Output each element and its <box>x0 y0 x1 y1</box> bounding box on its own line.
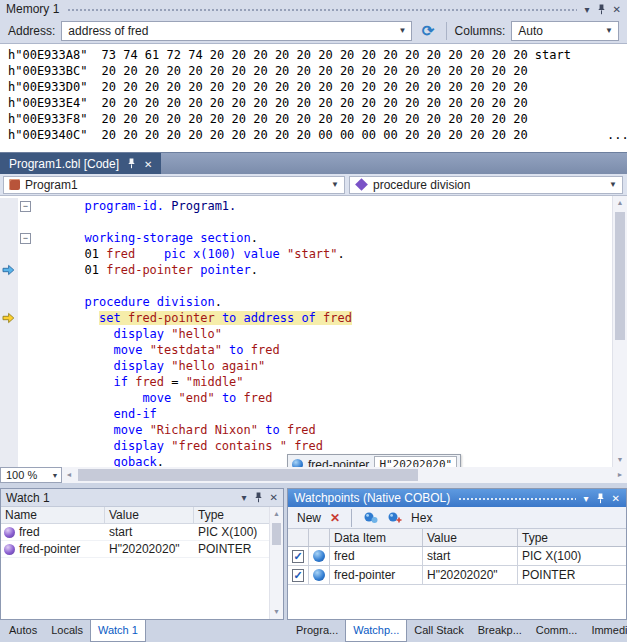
close-icon[interactable]: ✕ <box>270 492 278 503</box>
tab-immedi[interactable]: Immedi... <box>584 620 627 642</box>
watchpoints-title-bar[interactable]: Watchpoints (Native COBOL) ▾ ✕ <box>288 489 626 507</box>
code-line[interactable]: − program-id. Program1. <box>0 198 612 214</box>
datatip: fred-pointer H"20202020" <box>287 454 461 467</box>
tab-comm[interactable]: Comm... <box>529 620 585 642</box>
editor-indicator-margin <box>0 230 18 246</box>
drag-grip[interactable] <box>67 7 576 12</box>
enable-all-watchpoints-icon[interactable] <box>363 511 378 524</box>
tab-watchp[interactable]: Watchp... <box>345 620 407 642</box>
watch-scrollbar[interactable]: ▲ ▼ <box>269 507 283 619</box>
watch-value: start <box>105 525 194 539</box>
close-icon[interactable]: ✕ <box>613 4 621 15</box>
memory-bytes: 20 20 20 20 20 20 20 20 20 20 20 20 20 2… <box>101 64 527 78</box>
disable-all-watchpoints-icon[interactable] <box>387 511 402 524</box>
code-line[interactable]: display "hello" <box>0 326 612 342</box>
code-line[interactable]: display "fred contains " fred <box>0 438 612 454</box>
column-header-type[interactable]: Type <box>194 507 269 523</box>
watch-row[interactable]: fred-pointerH"20202020"POINTER <box>1 541 269 558</box>
new-watchpoint-button[interactable]: New <box>297 511 321 525</box>
chevron-down-icon[interactable]: ▾ <box>584 493 589 504</box>
code-line[interactable]: move "testdata" to fred <box>0 342 612 358</box>
scroll-up-icon[interactable]: ▲ <box>270 507 283 521</box>
watchpoints-column-headers: Data Item Value Type <box>288 529 626 547</box>
pin-icon[interactable] <box>127 158 136 171</box>
memory-rows[interactable]: h"00E933A8"73 74 61 72 74 20 20 20 20 20… <box>0 44 627 152</box>
tab-locals[interactable]: Locals <box>44 620 90 642</box>
code-line[interactable] <box>0 214 612 230</box>
navbar-section-dropdown[interactable]: procedure division ▼ <box>349 176 623 194</box>
tab-progra[interactable]: Progra... <box>289 620 345 642</box>
scrollbar-thumb[interactable] <box>615 212 625 340</box>
editor-indicator-margin <box>0 294 18 310</box>
chevron-down-icon[interactable]: ▼ <box>395 26 409 35</box>
editor-fold-margin <box>18 454 34 467</box>
tab-autos[interactable]: Autos <box>2 620 44 642</box>
chevron-down-icon[interactable]: ▾ <box>242 492 247 503</box>
tab-breakp[interactable]: Breakp... <box>471 620 529 642</box>
code-text: program-id. Program1. <box>34 198 236 214</box>
memory-row: h"00E933D0"20 20 20 20 20 20 20 20 20 20… <box>8 79 627 95</box>
scroll-left-icon[interactable]: ◄ <box>62 467 76 483</box>
fold-collapse-toggle[interactable]: − <box>20 201 31 212</box>
program-icon <box>9 179 20 190</box>
scroll-up-icon[interactable]: ▲ <box>613 196 627 210</box>
code-line[interactable]: move "Richard Nixon" to fred <box>0 422 612 438</box>
editor-horizontal-scrollbar[interactable]: ◄ ► <box>62 467 627 483</box>
pin-icon[interactable] <box>597 4 606 15</box>
code-line[interactable]: set fred-pointer to address of fred <box>0 310 612 326</box>
scroll-down-icon[interactable]: ▼ <box>613 453 627 467</box>
editor-scrollbar[interactable]: ▲ ▼ <box>612 196 627 467</box>
scroll-right-icon[interactable]: ► <box>613 467 627 483</box>
watch-type: PIC X(100) <box>194 525 269 539</box>
zoom-dropdown[interactable]: 100 % ▼ <box>0 467 62 483</box>
pin-icon[interactable] <box>254 492 263 503</box>
watchpoint-row[interactable]: ✓fredstartPIC X(100) <box>288 547 626 566</box>
chevron-down-icon[interactable]: ▼ <box>328 180 342 189</box>
watchpoint-enabled-checkbox[interactable]: ✓ <box>292 550 304 563</box>
tab-program1-cbl[interactable]: Program1.cbl [Code] ✕ <box>0 153 161 175</box>
column-header-type[interactable]: Type <box>518 529 626 546</box>
code-line[interactable]: move "end" to fred <box>0 390 612 406</box>
tab-watch-1[interactable]: Watch 1 <box>90 620 146 642</box>
column-header-data-item[interactable]: Data Item <box>330 529 423 546</box>
address-combo[interactable]: address of fred ▼ <box>61 21 412 41</box>
scrollbar-thumb[interactable] <box>78 469 418 481</box>
code-line[interactable]: procedure division. <box>0 294 612 310</box>
code-text: move "Richard Nixon" to fred <box>34 422 316 438</box>
close-icon[interactable]: ✕ <box>612 493 620 504</box>
watch-row[interactable]: fredstartPIC X(100) <box>1 524 269 541</box>
watchpoint-row[interactable]: ✓fred-pointerH"20202020"POINTER <box>288 566 626 585</box>
code-line[interactable]: 01 fred-pointer pointer. <box>0 262 612 278</box>
scroll-down-icon[interactable]: ▼ <box>270 605 283 619</box>
code-line[interactable]: 01 fred pic x(100) value "start". <box>0 246 612 262</box>
watchpoint-enabled-checkbox[interactable]: ✓ <box>292 569 304 582</box>
refresh-icon[interactable]: ⟳ <box>418 21 437 41</box>
watch-window-title: Watch 1 <box>6 491 50 505</box>
hex-toggle-button[interactable]: Hex <box>411 511 432 525</box>
chevron-down-icon[interactable]: ▾ <box>585 4 590 15</box>
code-editor[interactable]: − program-id. Program1.− working-storage… <box>0 196 627 467</box>
delete-watchpoint-icon[interactable]: ✕ <box>330 511 340 525</box>
columns-combo[interactable]: Auto ▼ <box>511 21 619 41</box>
column-header-value[interactable]: Value <box>423 529 518 546</box>
pin-icon[interactable] <box>596 493 605 504</box>
navbar-program-dropdown[interactable]: Program1 ▼ <box>3 176 345 194</box>
code-line[interactable]: end-if <box>0 406 612 422</box>
code-line[interactable]: if fred = "middle" <box>0 374 612 390</box>
fold-collapse-toggle[interactable]: − <box>20 233 31 244</box>
tab-call-stack[interactable]: Call Stack <box>407 620 471 642</box>
watch-title-bar[interactable]: Watch 1 ▾ ✕ <box>1 489 283 507</box>
editor-fold-margin <box>18 422 34 438</box>
chevron-down-icon[interactable]: ▼ <box>606 180 620 189</box>
drag-grip[interactable] <box>458 496 575 501</box>
close-icon[interactable]: ✕ <box>144 159 152 170</box>
chevron-down-icon[interactable]: ▼ <box>49 472 61 479</box>
code-line[interactable]: display "hello again" <box>0 358 612 374</box>
memory-title-bar[interactable]: Memory 1 ▾ ✕ <box>0 0 627 18</box>
column-header-name[interactable]: Name <box>1 507 105 523</box>
code-line[interactable] <box>0 278 612 294</box>
column-header-value[interactable]: Value <box>105 507 194 523</box>
code-line[interactable]: − working-storage section. <box>0 230 612 246</box>
chevron-down-icon[interactable]: ▼ <box>602 26 616 35</box>
scrollbar-thumb[interactable] <box>272 523 281 545</box>
